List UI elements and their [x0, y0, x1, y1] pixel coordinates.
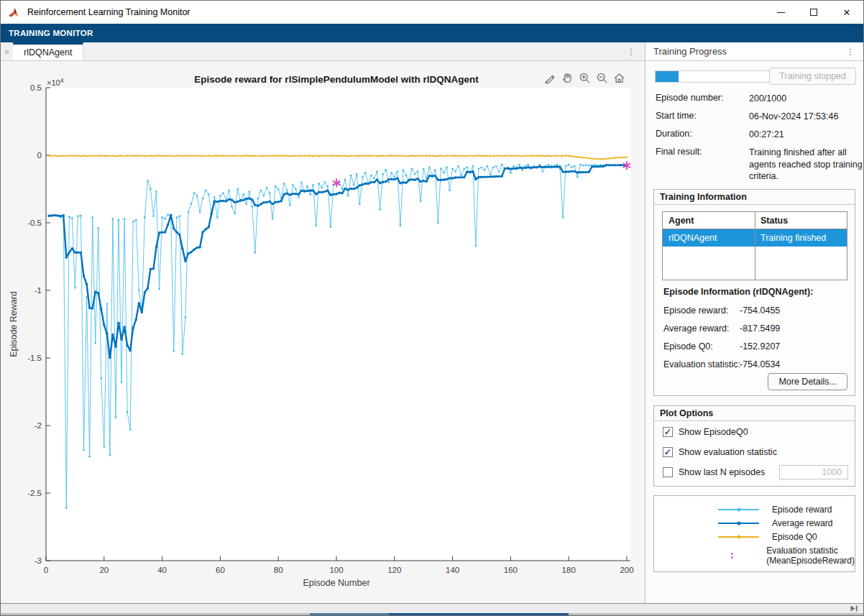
legend-item: Episode reward [654, 502, 855, 516]
cell-status: Training finished [755, 229, 847, 247]
taskbar-sliver-highlight [310, 613, 569, 616]
svg-text:-2.5: -2.5 [27, 489, 42, 497]
minimize-icon [777, 12, 785, 13]
svg-text:-1: -1 [35, 286, 42, 295]
legend-marker-dot [737, 535, 740, 538]
pan-icon[interactable] [561, 71, 574, 85]
ribbon-tab-label: TRAINING MONITOR [9, 29, 93, 37]
maximize-button[interactable] [797, 1, 830, 24]
plot-options-group: Plot Options ✓Show EpisodeQ0✓Show evalua… [653, 405, 855, 487]
panel-overflow-menu-icon[interactable] [846, 47, 855, 57]
restore-view-icon[interactable] [612, 71, 626, 85]
duration-value: 00:27:21 [749, 129, 864, 141]
app-window: Reinforcement Learning Training Monitor … [0, 0, 864, 616]
evaluation-statistic-value: -754.0534 [740, 359, 780, 369]
legend-label: Episode reward [772, 505, 832, 515]
training-progress-panel: Training stopped Episode number: 200/100… [645, 61, 863, 603]
panel-title: Training Progress [653, 46, 727, 57]
legend-label: Evaluation statistic(MeanEpisodeReward) [766, 546, 855, 566]
legend-line-swatch [718, 509, 759, 510]
titlebar: Reinforcement Learning Training Monitor [1, 1, 863, 24]
progress-bar-fill [656, 71, 679, 82]
episode-info-title: Episode Information (rlDQNAgent): [663, 287, 813, 297]
tabstrip-overflow-menu-icon[interactable] [627, 42, 635, 60]
episode-number-label: Episode number: [656, 93, 724, 103]
right-panel-header: Training Progress [645, 42, 863, 60]
checkbox-checked-icon[interactable]: ✓ [663, 447, 673, 457]
average-reward-label: Average reward: [663, 323, 730, 334]
legend-line-swatch [718, 536, 759, 538]
matlab-logo-icon [8, 7, 21, 18]
checkbox-label: Show evaluation statistic [679, 447, 777, 457]
plot-options-header: Plot Options [654, 406, 855, 421]
episode-reward-value: -754.0455 [740, 305, 780, 316]
evaluation-statistic-label: Evaluation statistic: [663, 359, 740, 369]
minimize-button[interactable] [764, 1, 797, 24]
edit-plot-icon[interactable] [543, 71, 557, 85]
checkbox-label: Show last N episodes [679, 467, 765, 477]
ribbon-tab-training-monitor[interactable]: TRAINING MONITOR [1, 24, 863, 42]
legend-asterisk-icon [730, 550, 733, 561]
taskbar-sliver [1, 613, 863, 616]
episode-number-value: 200/1000 [749, 93, 864, 105]
grip-icon[interactable] [1, 42, 13, 60]
checkbox-unchecked-icon[interactable] [663, 467, 673, 477]
episode-reward-label: Episode reward: [663, 305, 728, 316]
checkbox-checked-icon[interactable]: ✓ [663, 427, 673, 437]
checkbox-row-1[interactable]: ✓Show evaluation statistic [663, 446, 777, 458]
axes-toolbar [543, 71, 626, 85]
column-header-status: Status [755, 212, 847, 229]
last-n-episodes-input[interactable] [779, 465, 848, 479]
svg-text:120: 120 [387, 566, 401, 574]
more-details-label: More Details... [778, 377, 837, 387]
zoom-out-icon[interactable] [595, 71, 609, 85]
svg-text:80: 80 [274, 566, 283, 574]
cell-agent: rlDQNAgent [663, 229, 755, 247]
window-title: Reinforcement Learning Training Monitor [27, 7, 190, 17]
svg-text:-0.5: -0.5 [27, 219, 42, 227]
tab-rldqnagent[interactable]: rlDQNAgent [13, 42, 83, 60]
legend-item: Average reward [654, 516, 855, 530]
episode-q0-label: Episode Q0: [663, 341, 713, 351]
start-time-label: Start time: [656, 111, 697, 121]
svg-text:100: 100 [329, 566, 343, 574]
final-result-value: Training finished after all agents reach… [749, 147, 864, 183]
svg-text:-3: -3 [35, 556, 42, 565]
checkbox-row-2[interactable]: Show last N episodes [663, 466, 765, 478]
svg-text:140: 140 [446, 566, 459, 574]
plot-options-title: Plot Options [660, 408, 713, 418]
training-information-title: Training Information [660, 192, 747, 202]
legend-label: Average reward [772, 518, 833, 528]
maximize-icon [810, 9, 817, 16]
svg-text:×104: ×104 [47, 77, 64, 87]
legend-line-swatch [718, 523, 759, 524]
close-button[interactable] [830, 1, 863, 24]
training-stopped-label: Training stopped [779, 71, 846, 81]
svg-text:Episode reward for rlSimplePen: Episode reward for rlSimplePendulumModel… [194, 74, 479, 85]
legend-marker-dot [737, 507, 740, 511]
legend-item: Episode Q0 [654, 530, 855, 543]
svg-text:0: 0 [44, 566, 48, 574]
svg-text:Episode Reward: Episode Reward [9, 291, 19, 357]
svg-text:180: 180 [562, 566, 576, 574]
training-stopped-button[interactable]: Training stopped [769, 68, 856, 85]
svg-text:60: 60 [216, 566, 225, 574]
column-header-agent: Agent [663, 212, 755, 229]
more-details-button[interactable]: More Details... [768, 373, 847, 390]
training-information-header: Training Information [654, 190, 855, 205]
episode-q0-value: -152.9207 [740, 341, 780, 351]
final-result-label: Final result: [656, 147, 702, 157]
statusbar [1, 603, 863, 613]
legend-marker-dot [737, 521, 740, 525]
close-icon [843, 7, 851, 18]
svg-text:160: 160 [504, 566, 518, 574]
table-column-divider [755, 212, 755, 280]
average-reward-value: -817.5499 [740, 323, 780, 334]
figure-area: Episode reward for rlSimplePendulumModel… [1, 61, 645, 603]
zoom-in-icon[interactable] [578, 71, 592, 85]
agents-table: Agent Status rlDQNAgent Training finishe… [662, 211, 847, 280]
checkbox-label: Show EpisodeQ0 [679, 427, 748, 437]
checkbox-row-0[interactable]: ✓Show EpisodeQ0 [663, 426, 748, 438]
start-time-value: 06-Nov-2024 17:53:46 [749, 111, 864, 123]
legend-label: Episode Q0 [772, 532, 817, 542]
